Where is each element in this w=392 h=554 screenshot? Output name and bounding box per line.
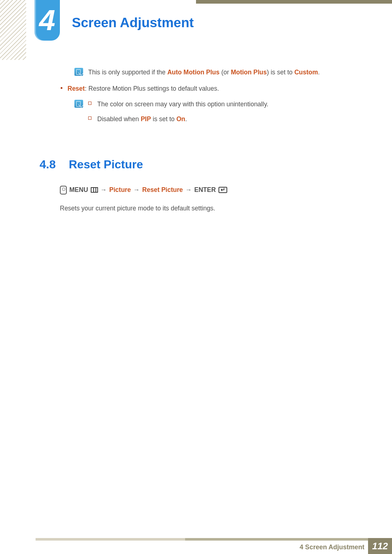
- page-content: This is only supported if the Auto Motio…: [60, 67, 354, 218]
- arrow-icon: →: [133, 186, 140, 194]
- menu-path: MENU → Picture → Reset Picture → ENTER: [60, 186, 354, 194]
- chapter-number-tab: 4: [34, 0, 60, 41]
- menu-step: Picture: [109, 186, 131, 194]
- section-number: 4.8: [40, 158, 56, 171]
- remote-icon: [60, 186, 67, 194]
- text: is set to: [151, 115, 176, 123]
- keyword: Custom: [294, 69, 318, 76]
- menu-step: Reset Picture: [142, 186, 183, 194]
- bullet-reset: Reset: Restore Motion Plus settings to d…: [61, 84, 354, 94]
- page-number: 112: [368, 538, 392, 554]
- keyword: Reset: [68, 85, 85, 92]
- enter-label: ENTER: [194, 186, 216, 194]
- text: ) is set to: [267, 69, 294, 76]
- footer-chapter-label: 4 Screen Adjustment: [300, 543, 364, 551]
- decorative-top-bar: [196, 0, 392, 4]
- text: Disabled when: [97, 115, 141, 123]
- section-description: Resets your current picture mode to its …: [60, 205, 354, 212]
- section-title: Reset Picture: [69, 158, 143, 171]
- text: .: [318, 69, 320, 76]
- menu-button-icon: [91, 187, 98, 193]
- sub-notes-block: The color on screen may vary with this o…: [74, 99, 354, 129]
- arrow-icon: →: [101, 186, 107, 194]
- keyword: PIP: [141, 115, 151, 123]
- footer-decorative-bar: [36, 538, 392, 541]
- text: This is only supported if the: [88, 69, 167, 76]
- decorative-stripe: [0, 0, 26, 60]
- text: .: [185, 115, 187, 123]
- arrow-icon: →: [185, 186, 192, 194]
- subnote-a: The color on screen may vary with this o…: [97, 99, 268, 109]
- chapter-title: Screen Adjustment: [72, 15, 194, 30]
- keyword: Motion Plus: [231, 69, 267, 76]
- note-icon: [74, 100, 83, 108]
- square-bullet-icon: [88, 102, 91, 105]
- page-footer: 4 Screen Adjustment 112: [0, 538, 392, 554]
- note-text: This is only supported if the Auto Motio…: [88, 67, 320, 77]
- keyword: Auto Motion Plus: [167, 69, 220, 76]
- keyword: On: [176, 115, 185, 123]
- bullet-text: Reset: Restore Motion Plus settings to d…: [68, 84, 219, 94]
- text: : Restore Motion Plus settings to defaul…: [85, 85, 219, 92]
- enter-button-icon: [219, 187, 227, 193]
- section-heading: 4.8 Reset Picture: [40, 158, 354, 171]
- bullet-dot-icon: [61, 87, 62, 89]
- square-bullet-icon: [88, 116, 91, 120]
- note-icon: [74, 68, 83, 76]
- text: (or: [220, 69, 231, 76]
- menu-label: MENU: [69, 186, 88, 194]
- info-note-1: This is only supported if the Auto Motio…: [74, 67, 354, 77]
- subnote-b: Disabled when PIP is set to On.: [97, 114, 187, 124]
